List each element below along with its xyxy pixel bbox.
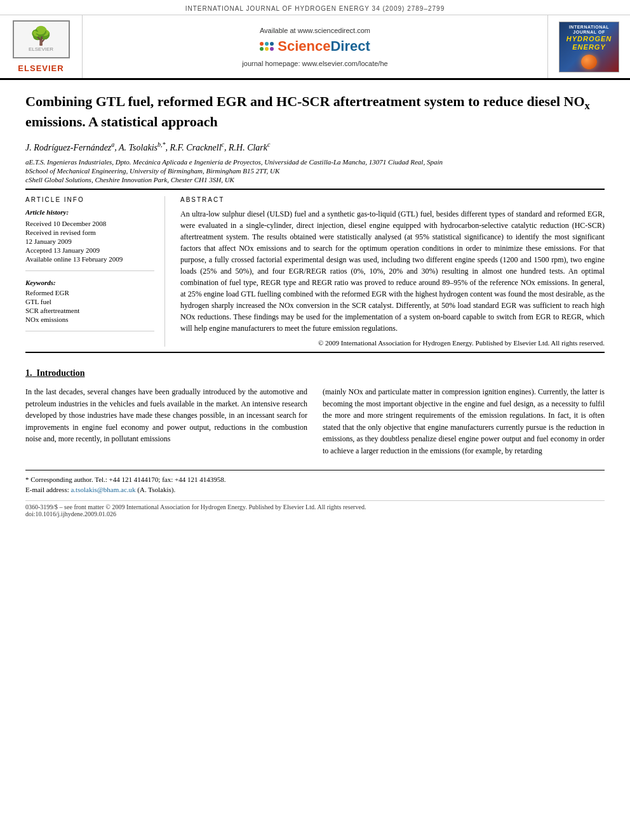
article-history: Article history: Received 10 December 20… [25, 208, 154, 263]
footer-bottom: 0360-3199/$ – see front matter © 2009 In… [25, 500, 605, 517]
elsevier-logo-box: 🌳 ELSEVIER [13, 20, 70, 58]
article-title: Combining GTL fuel, reformed EGR and HC-… [25, 93, 605, 131]
doi-line: doi:10.1016/j.ijhydene.2009.01.026 [25, 510, 605, 517]
article-info-label: Article Info [25, 196, 154, 203]
affil-b: bSchool of Mechanical Engineering, Unive… [25, 167, 605, 175]
authors-line: J. Rodríguez-Fernándeza, A. Tsolakisb,*,… [25, 141, 605, 153]
intro-body-columns: In the last decades, several changes hav… [25, 386, 605, 457]
email-link[interactable]: a.tsolakis@bham.ac.uk [70, 486, 135, 493]
journal-homepage-text: journal homepage: www.elsevier.com/locat… [242, 60, 387, 67]
author-c: , R.F. Cracknell [166, 143, 222, 152]
journal-cover-image: international journal of HYDROGENENERGY [559, 22, 619, 72]
intro-heading: 1. Introduction [25, 368, 605, 378]
abstract-label: Abstract [180, 196, 605, 203]
author-a: J. Rodríguez-Fernández [25, 143, 111, 152]
author-d: , R.H. Clark [224, 143, 267, 152]
elsevier-label: ELSEVIER [18, 63, 64, 73]
sciencedirect-logo: ScienceDirect [260, 38, 370, 55]
sd-dot-4 [260, 47, 264, 51]
sd-dot-6 [270, 47, 274, 51]
thick-divider [25, 189, 605, 190]
keyword-2: GTL fuel [25, 298, 154, 305]
intro-number: 1. [25, 368, 32, 378]
affil-c: cShell Global Solutions, Cheshire Innova… [25, 176, 605, 183]
email-label: E-mail address: [25, 486, 69, 493]
sd-dot-1 [260, 42, 264, 46]
title-nox-sub: x [585, 100, 590, 112]
sd-dots-icon [260, 42, 274, 51]
author-b: , A. Tsolakis [114, 143, 158, 152]
intro-right-col: (mainly NOx and particulate matter in co… [323, 386, 605, 457]
journal-header: International Journal of Hydrogen Energy… [0, 0, 630, 15]
corresponding-author: * Corresponding author. Tel.: +44 121 41… [25, 474, 605, 485]
keyword-1: Reformed EGR [25, 289, 154, 297]
email-suffix: (A. Tsolakis). [136, 486, 176, 493]
cover-orb-decoration [581, 55, 597, 69]
title-text-main: Combining GTL fuel, reformed EGR and HC-… [25, 93, 585, 109]
cover-title-text: international journal of HYDROGENENERGY [562, 25, 616, 52]
sd-dot-2 [265, 42, 269, 46]
keywords-section: Keywords: Reformed EGR GTL fuel SCR afte… [25, 279, 154, 323]
sd-dot-5 [265, 47, 269, 51]
affiliations: aE.T.S. Ingenieras Industriales, Dpto. M… [25, 158, 605, 183]
email-line: E-mail address: a.tsolakis@bham.ac.uk (A… [25, 484, 605, 495]
info-divider [25, 270, 154, 271]
sciencedirect-text: ScienceDirect [278, 38, 370, 55]
intro-title: Introduction [37, 368, 85, 378]
affil-a: aE.T.S. Ingenieras Industriales, Dpto. M… [25, 158, 605, 166]
keywords-divider [25, 331, 154, 331]
available-date: Available online 13 February 2009 [25, 255, 154, 263]
body-divider [25, 352, 605, 353]
elsevier-logo-area: 🌳 ELSEVIER ELSEVIER [0, 15, 83, 78]
article-content: Combining GTL fuel, reformed EGR and HC-… [0, 80, 630, 530]
keyword-4: NOx emissions [25, 316, 154, 323]
sd-dot-3 [270, 42, 274, 46]
article-info-abstract-section: Article Info Article history: Received 1… [25, 196, 605, 347]
keyword-3: SCR aftertreatment [25, 307, 154, 314]
received-date: Received 10 December 2008 [25, 220, 154, 227]
intro-left-col: In the last decades, several changes hav… [25, 386, 307, 457]
title-text-end: emissions. A statistical approach [25, 114, 218, 130]
branding-area: 🌳 ELSEVIER ELSEVIER Available at www.sci… [0, 15, 630, 80]
sciencedirect-branding: Available at www.sciencedirect.com Scien… [83, 15, 547, 78]
author-d-sup: c [267, 141, 270, 148]
accepted-date: Accepted 13 January 2009 [25, 246, 154, 254]
history-label: Article history: [25, 208, 154, 216]
abstract-column: Abstract An ultra-low sulphur diesel (UL… [180, 196, 605, 347]
revised-label: Received in revised form [25, 229, 154, 236]
keywords-label: Keywords: [25, 279, 154, 286]
revised-date: 12 January 2009 [25, 237, 154, 245]
elsevier-tree-icon: 🌳 [30, 27, 52, 45]
issn-line: 0360-3199/$ – see front matter © 2009 In… [25, 503, 605, 510]
journal-cover-area: international journal of HYDROGENENERGY [547, 15, 630, 78]
available-at-text: Available at www.sciencedirect.com [260, 27, 370, 34]
copyright-line: © 2009 International Association for Hyd… [180, 339, 605, 347]
article-info-column: Article Info Article history: Received 1… [25, 196, 165, 347]
introduction-section: 1. Introduction In the last decades, sev… [25, 368, 605, 457]
abstract-text: An ultra-low sulphur diesel (ULSD) fuel … [180, 208, 605, 334]
author-b-sup: b,* [158, 141, 166, 148]
footnotes: * Corresponding author. Tel.: +44 121 41… [25, 470, 605, 495]
